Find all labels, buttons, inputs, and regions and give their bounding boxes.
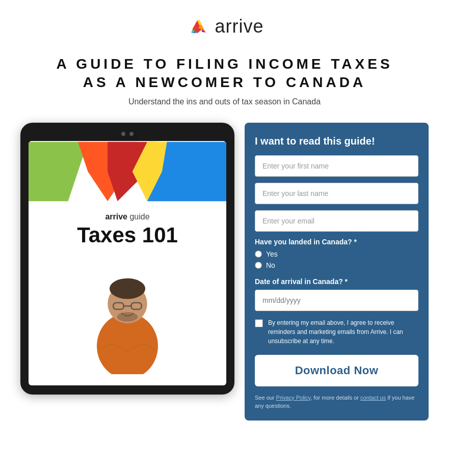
arrival-date-question: Date of arrival in Canada? * [255, 277, 418, 286]
consent-checkbox[interactable] [255, 319, 263, 327]
landed-question: Have you landed in Canada? * [255, 238, 418, 246]
main-content: arrive guide Taxes 101 [0, 113, 449, 441]
footer-note: See our Privacy Policy, for more details… [255, 394, 418, 410]
tablet-mockup: arrive guide Taxes 101 [20, 123, 234, 395]
page-subtitle: Understand the ins and outs of tax seaso… [20, 97, 429, 106]
taxes-title: Taxes 101 [41, 223, 214, 247]
footer-note-prefix: See our [255, 395, 276, 401]
email-input[interactable] [255, 210, 418, 232]
landed-radio-group: Yes No [255, 250, 418, 269]
tablet-person [29, 252, 226, 376]
camera-dot-2 [129, 132, 134, 136]
page-title-section: A GUIDE TO FILING INCOME TAXES AS A NEWC… [0, 50, 449, 113]
contact-us-link[interactable]: contact us [360, 395, 386, 401]
tablet-cover-art [29, 141, 226, 202]
logo-text: arrive [215, 16, 263, 37]
first-name-input[interactable] [255, 155, 418, 177]
download-button[interactable]: Download Now [255, 355, 418, 386]
svg-point-18 [117, 312, 138, 321]
form-panel: I want to read this guide! Have you land… [245, 123, 429, 421]
radio-yes-text: Yes [266, 250, 278, 258]
radio-yes[interactable] [255, 250, 262, 258]
footer-note-middle: , for more details or [310, 395, 360, 401]
camera-dot [121, 132, 125, 136]
form-title: I want to read this guide! [255, 135, 418, 147]
privacy-policy-link[interactable]: Privacy Policy [276, 395, 311, 401]
page-title: A GUIDE TO FILING INCOME TAXES AS A NEWC… [20, 55, 429, 92]
logo: arrive [185, 14, 263, 39]
header: arrive [0, 0, 449, 50]
consent-row: By entering my email above, I agree to r… [255, 318, 418, 346]
arrive-guide-label: arrive guide [41, 212, 214, 221]
person-illustration [76, 252, 178, 374]
date-input[interactable] [255, 290, 418, 311]
svg-point-14 [110, 278, 145, 299]
tablet-screen: arrive guide Taxes 101 [29, 141, 226, 385]
cover-shapes-svg [29, 141, 226, 202]
last-name-input[interactable] [255, 183, 418, 204]
consent-text: By entering my email above, I agree to r… [268, 318, 418, 346]
arrive-logo-icon [185, 14, 209, 39]
tablet-book-info: arrive guide Taxes 101 [29, 202, 226, 247]
radio-no-label[interactable]: No [255, 261, 418, 269]
radio-no[interactable] [255, 262, 262, 269]
svg-marker-7 [29, 142, 88, 201]
radio-yes-label[interactable]: Yes [255, 250, 418, 258]
radio-no-text: No [266, 261, 275, 269]
tablet-camera-bar [29, 132, 226, 136]
